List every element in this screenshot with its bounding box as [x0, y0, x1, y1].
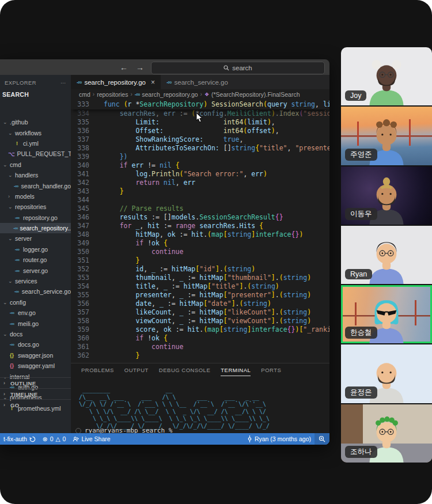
participant-tile-Joy[interactable]: Joy	[341, 47, 432, 105]
tree-item-repositories[interactable]: ⌄repositories	[0, 202, 71, 212]
participant-name: Joy	[345, 90, 366, 101]
tree-item-repository.go[interactable]: -∞repository.go	[0, 213, 71, 223]
vscode-titlebar: ← → search	[0, 59, 329, 75]
panel-tab-problems[interactable]: PROBLEMS	[81, 367, 114, 376]
line-number: 342	[71, 179, 89, 187]
participant-tile-주영준[interactable]: 주영준	[341, 107, 432, 165]
tree-item-label: repositories	[15, 203, 46, 210]
go-file-icon: -∞	[166, 79, 171, 85]
tree-item-swagger.json[interactable]: {}swagger.json	[0, 350, 71, 361]
tree-item-label: handlers	[15, 172, 38, 179]
command-search-input[interactable]: search	[151, 62, 325, 74]
workspace-section-title[interactable]: SEARCH	[0, 86, 71, 98]
search-placeholder: search	[232, 65, 252, 71]
participant-name: 주영준	[345, 149, 377, 161]
participant-tile-Ryan[interactable]: Ryan	[341, 226, 432, 284]
code-line: 362 }	[71, 351, 329, 360]
code-editor[interactable]: 333func (r *SearchRepository) SessionSea…	[71, 99, 329, 363]
breadcrumb-item[interactable]: cmd	[79, 91, 90, 98]
line-number: 340	[71, 161, 89, 170]
participant-tile-이동우[interactable]: 이동우	[341, 166, 432, 225]
tree-item-.github[interactable]: ⌄.github	[0, 117, 71, 127]
statusbar-problems[interactable]: ⊗ 0 △ 0	[39, 433, 70, 445]
panel-tab-ports[interactable]: PORTS	[261, 367, 281, 376]
tree-item-label: docs.go	[18, 341, 39, 348]
code-line: 355 presenter, _ := hitMap["presenter"].…	[71, 291, 329, 300]
statusbar-live-share[interactable]: Live Share	[69, 433, 113, 445]
line-number: 355	[71, 291, 89, 300]
line-number: 359	[71, 325, 89, 334]
warnings-icon: △	[56, 435, 60, 442]
tree-item-label: server.go	[23, 267, 48, 274]
yaml-file-icon: {}	[8, 363, 16, 369]
statusbar-zoom-button[interactable]	[314, 433, 329, 445]
chevron-down-icon: ⌄	[3, 119, 7, 125]
line-number: 357	[71, 308, 89, 317]
line-number: 361	[71, 343, 89, 351]
nav-forward-icon[interactable]: →	[136, 63, 144, 72]
tree-item-docs[interactable]: ⌄docs	[0, 329, 71, 339]
code-line: 348 hitMap, ok := hit.(map[string]interf…	[71, 230, 329, 239]
line-number: 348	[71, 230, 89, 239]
nav-back-icon[interactable]: ←	[120, 63, 128, 72]
code-line: 340 if err != nil {	[71, 161, 329, 170]
panel-tab-debug-console[interactable]: DEBUG CONSOLE	[159, 367, 210, 376]
warnings-count: 0	[63, 435, 66, 442]
tree-item-label: models	[15, 193, 35, 200]
code-line: 338 AttributesToSearchOn: []string{"titl…	[71, 144, 329, 153]
tree-item-router.go[interactable]: -∞router.go	[0, 255, 71, 265]
tree-item-server[interactable]: ⌄server	[0, 233, 71, 244]
tree-item-services[interactable]: ⌄services	[0, 276, 71, 286]
explorer-tree: ⌄.github⌄workflows!ci.yml⌥PULL_REQUEST_T…	[0, 117, 71, 414]
tree-item-config[interactable]: ⌄config	[0, 297, 71, 308]
participant-tile-조하나[interactable]: 조하나	[341, 404, 432, 463]
go-file-icon: -∞	[77, 79, 81, 85]
tree-item-label: env.go	[18, 309, 36, 316]
tree-item-ci.yml[interactable]: !ci.yml	[0, 138, 71, 149]
panel-tabs: PROBLEMSOUTPUTDEBUG CONSOLETERMINALPORTS	[71, 363, 329, 376]
statusbar-scm-info[interactable]: Ryan (3 months ago)	[244, 433, 314, 445]
tree-item-env.go[interactable]: -∞env.go	[0, 308, 71, 318]
close-icon[interactable]: ×	[151, 78, 155, 86]
tab-search_repository.go[interactable]: -∞search_repository.go×	[71, 75, 161, 89]
breadcrumb[interactable]: cmd›repositories›-∞search_repository.go›…	[71, 89, 329, 99]
scm-info-label: Ryan (3 months ago)	[255, 435, 311, 442]
breadcrumb-item[interactable]: search_repository.go	[142, 91, 198, 98]
sidebar-section-outline[interactable]: ›OUTLINE	[0, 377, 71, 388]
tab-label: search_repository.go	[84, 79, 146, 86]
line-number: 353	[71, 274, 89, 282]
explorer-sidebar: EXPLORER ⋯ SEARCH ⌄.github⌄workflows!ci.…	[0, 75, 71, 433]
tree-item-handlers[interactable]: ⌄handlers	[0, 170, 71, 180]
panel-tab-output[interactable]: OUTPUT	[124, 367, 149, 376]
tree-item-cmd[interactable]: ⌄cmd	[0, 160, 71, 170]
go-file-icon: -∞	[13, 215, 21, 221]
line-number: 341	[71, 170, 89, 179]
sidebar-section-go[interactable]: ›GO	[0, 399, 71, 410]
tree-item-search_service.go[interactable]: -∞search_service.go	[0, 286, 71, 297]
sidebar-section-timeline[interactable]: ›TIMELINE	[0, 388, 71, 399]
breadcrumb-item[interactable]: (*SearchRepository).FinalSearch	[211, 91, 300, 98]
tree-item-docs.go[interactable]: -∞docs.go	[0, 339, 71, 350]
breadcrumb-item[interactable]: repositories	[97, 91, 128, 98]
participant-tile-한승철[interactable]: 한승철	[341, 285, 432, 343]
tree-item-PULL_REQUEST_T...[interactable]: ⌥PULL_REQUEST_T...	[0, 149, 71, 159]
panel-tab-terminal[interactable]: TERMINAL	[221, 367, 251, 376]
tree-item-search_repository...[interactable]: -∞search_repository...	[0, 223, 71, 233]
tree-item-models[interactable]: ›models	[0, 191, 71, 202]
tree-item-server.go[interactable]: -∞server.go	[0, 265, 71, 275]
tree-item-meili.go[interactable]: -∞meili.go	[0, 318, 71, 328]
chevron-down-icon: ⌄	[8, 236, 13, 241]
tree-item-swagger.yaml[interactable]: {}swagger.yaml	[0, 361, 71, 371]
code-line: 357 likeCount, _ := hitMap["likeCount"].…	[71, 308, 329, 317]
tab-search_service.go[interactable]: -∞search_service.go	[161, 75, 234, 89]
statusbar-branch[interactable]: t-fix-auth	[0, 433, 39, 445]
code-lines: 334 searchRes, err := (*config.MeiliClie…	[71, 109, 329, 360]
participant-tile-윤정은[interactable]: 윤정은	[341, 344, 432, 403]
go-file-icon: -∞	[13, 183, 19, 189]
tree-item-label: cmd	[10, 161, 21, 168]
tree-item-workflows[interactable]: ⌄workflows	[0, 127, 71, 138]
tree-item-logger.go[interactable]: -∞logger.go	[0, 244, 71, 255]
tree-item-search_handler.go[interactable]: -∞search_handler.go	[0, 180, 71, 191]
explorer-menu-icon[interactable]: ⋯	[60, 79, 66, 86]
go-file-icon: -∞	[13, 268, 21, 274]
